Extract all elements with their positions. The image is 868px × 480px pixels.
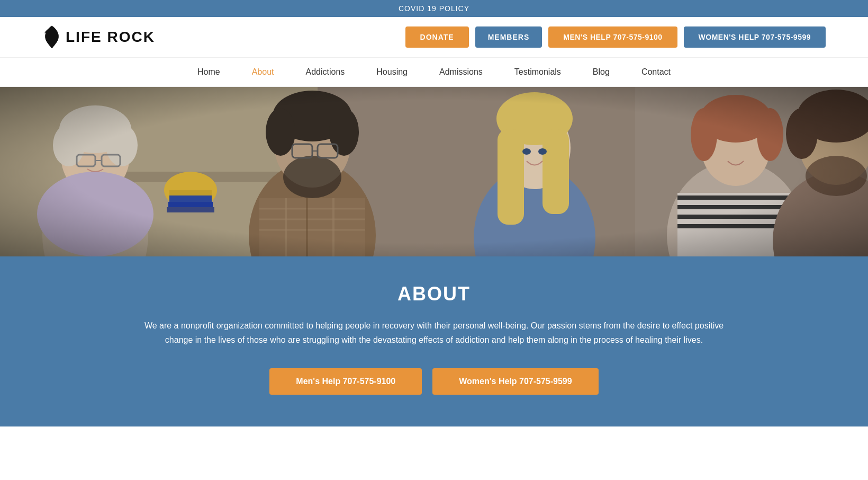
nav-home[interactable]: Home [197,67,220,77]
nav-contact[interactable]: Contact [641,67,671,77]
about-mens-help-button[interactable]: Men's Help 707-575-9100 [269,368,422,395]
members-button[interactable]: MEMBERS [475,26,542,48]
covid-banner: COVID 19 POLICY [0,0,868,17]
nav-blog[interactable]: Blog [593,67,610,77]
nav-addictions[interactable]: Addictions [305,67,345,77]
about-description: We are a nonprofit organization committe… [143,318,725,347]
about-title: ABOUT [106,283,762,305]
logo-icon [42,25,61,49]
header-buttons: DONATE MEMBERS MEN'S HELP 707-575-9100 W… [405,26,826,48]
about-section: ABOUT We are a nonprofit organization co… [0,256,868,426]
about-womens-help-button[interactable]: Women's Help 707-575-9599 [432,368,598,395]
header: LIFE ROCK DONATE MEMBERS MEN'S HELP 707-… [0,17,868,58]
mens-help-button[interactable]: MEN'S HELP 707-575-9100 [548,26,677,48]
hero-image [0,87,868,256]
logo-text: LIFE ROCK [66,29,155,46]
about-buttons: Men's Help 707-575-9100 Women's Help 707… [106,368,762,395]
nav-about[interactable]: About [252,67,274,77]
womens-help-button[interactable]: WOMEN'S HELP 707-575-9599 [684,26,826,48]
navigation: Home About Addictions Housing Admissions… [0,58,868,87]
hero-svg [0,87,868,256]
nav-testimonials[interactable]: Testimonials [514,67,561,77]
donate-button[interactable]: DONATE [405,26,469,48]
svg-rect-58 [0,87,868,256]
covid-banner-text: COVID 19 POLICY [399,4,469,13]
nav-housing[interactable]: Housing [376,67,408,77]
nav-admissions[interactable]: Admissions [439,67,483,77]
logo: LIFE ROCK [42,25,155,49]
